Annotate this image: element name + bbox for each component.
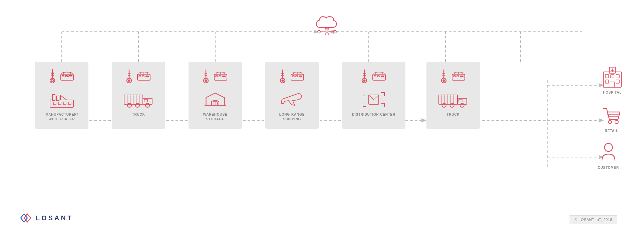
svg-rect-111 <box>373 74 385 80</box>
svg-rect-125 <box>442 75 445 76</box>
svg-rect-126 <box>452 74 465 80</box>
node-truck1: TRUCK <box>112 62 165 129</box>
thermometer-icon-5 <box>361 68 368 85</box>
svg-rect-151 <box>605 80 609 83</box>
svg-rect-124 <box>442 73 445 74</box>
svg-rect-51 <box>53 102 56 105</box>
destination-hospital: HOSPITAL <box>601 65 624 94</box>
svg-rect-152 <box>616 80 619 83</box>
svg-rect-52 <box>58 102 61 105</box>
svg-rect-97 <box>281 73 284 74</box>
svg-line-119 <box>369 95 374 100</box>
svg-point-81 <box>205 80 207 82</box>
svg-point-123 <box>443 80 445 82</box>
svg-rect-140 <box>459 99 462 102</box>
node-truck2: TRUCK <box>426 62 480 129</box>
svg-rect-61 <box>137 74 150 80</box>
svg-rect-44 <box>69 76 72 77</box>
svg-rect-127 <box>453 76 455 77</box>
longrange-label: LONG-RANGE SHIPPING <box>279 112 305 122</box>
cloud-iot-icon <box>314 13 340 35</box>
svg-rect-85 <box>216 76 218 77</box>
customer-label: CUSTOMER <box>598 166 619 169</box>
svg-rect-62 <box>139 76 141 77</box>
gateway-icon-3 <box>213 70 228 82</box>
cloud-section <box>314 13 340 35</box>
svg-rect-110 <box>363 75 366 76</box>
thermometer-icon-6 <box>440 68 447 85</box>
destination-retail: RETAIL <box>601 105 622 133</box>
svg-rect-54 <box>68 102 71 105</box>
node-warehouse: WAREHOUSE STORAGE <box>189 62 242 129</box>
warehouse-label: WAREHOUSE STORAGE <box>203 112 228 122</box>
distribution-icon <box>360 90 387 108</box>
gateway-icon-2 <box>136 70 151 82</box>
svg-rect-148 <box>605 75 609 78</box>
thermometer-icon-4 <box>279 68 286 85</box>
svg-rect-114 <box>381 76 384 77</box>
svg-rect-75 <box>144 99 147 102</box>
svg-point-142 <box>450 103 454 107</box>
truck2-sensors <box>440 68 466 85</box>
svg-rect-84 <box>214 74 227 80</box>
svg-rect-59 <box>128 73 130 74</box>
svg-rect-112 <box>374 76 376 77</box>
warehouse-sensors <box>202 68 228 85</box>
svg-rect-113 <box>377 76 379 77</box>
svg-rect-98 <box>281 75 284 76</box>
main-container: MANUFACTURER/ WHOLESALER <box>0 0 644 234</box>
manufacturer-sensors <box>49 68 75 85</box>
truck2-label: TRUCK <box>447 112 460 117</box>
manufacturer-label: MANUFACTURER/ WHOLESALER <box>45 112 78 122</box>
factory-icon <box>48 90 75 108</box>
svg-rect-144 <box>603 72 621 87</box>
svg-rect-86 <box>219 76 221 77</box>
losant-logo-icon <box>17 212 32 224</box>
copyright: © LOSANT IoT, 2018 <box>570 215 617 224</box>
warehouse-icon <box>202 90 229 108</box>
svg-rect-109 <box>363 73 366 74</box>
svg-line-120 <box>374 95 379 100</box>
cart-icon <box>601 105 622 127</box>
distribution-sensors <box>361 68 387 85</box>
distribution-label: DISTRIBUTION CENTER <box>352 112 395 117</box>
svg-rect-82 <box>205 73 207 74</box>
svg-point-108 <box>363 80 366 82</box>
svg-point-155 <box>615 120 618 124</box>
thermometer-icon-2 <box>125 68 133 85</box>
node-longrange: LONG-RANGE SHIPPING <box>265 62 319 129</box>
svg-point-158 <box>604 143 612 151</box>
svg-point-58 <box>128 80 130 82</box>
svg-point-31 <box>334 30 336 33</box>
truck-icon-1 <box>123 90 153 108</box>
svg-point-30 <box>318 30 320 33</box>
svg-rect-150 <box>616 75 619 78</box>
truck-icon-2 <box>438 90 468 108</box>
logo-area: LOSANT <box>17 212 73 224</box>
svg-point-32 <box>326 33 328 35</box>
thermometer-icon-3 <box>202 68 210 85</box>
gateway-icon-6 <box>451 70 466 82</box>
person-icon <box>599 142 618 164</box>
svg-point-76 <box>127 103 131 107</box>
node-manufacturer: MANUFACTURER/ WHOLESALER <box>35 62 88 129</box>
gateway-icon-1 <box>59 70 75 82</box>
svg-rect-63 <box>142 76 144 77</box>
svg-rect-99 <box>291 74 304 80</box>
svg-rect-87 <box>222 76 226 77</box>
svg-marker-20 <box>421 118 426 122</box>
svg-rect-83 <box>205 75 207 76</box>
truck1-label: TRUCK <box>132 112 145 117</box>
svg-rect-42 <box>62 76 64 77</box>
connector-lines <box>0 0 644 234</box>
copyright-text: © LOSANT IoT, 2018 <box>575 218 612 222</box>
svg-point-143 <box>460 103 464 107</box>
svg-rect-128 <box>457 76 459 77</box>
retail-label: RETAIL <box>605 129 618 133</box>
gateway-icon-5 <box>371 70 387 82</box>
destination-customer: CUSTOMER <box>598 142 619 169</box>
svg-rect-101 <box>296 76 298 77</box>
svg-rect-153 <box>610 82 615 87</box>
svg-point-38 <box>51 80 54 82</box>
svg-rect-60 <box>128 75 130 76</box>
